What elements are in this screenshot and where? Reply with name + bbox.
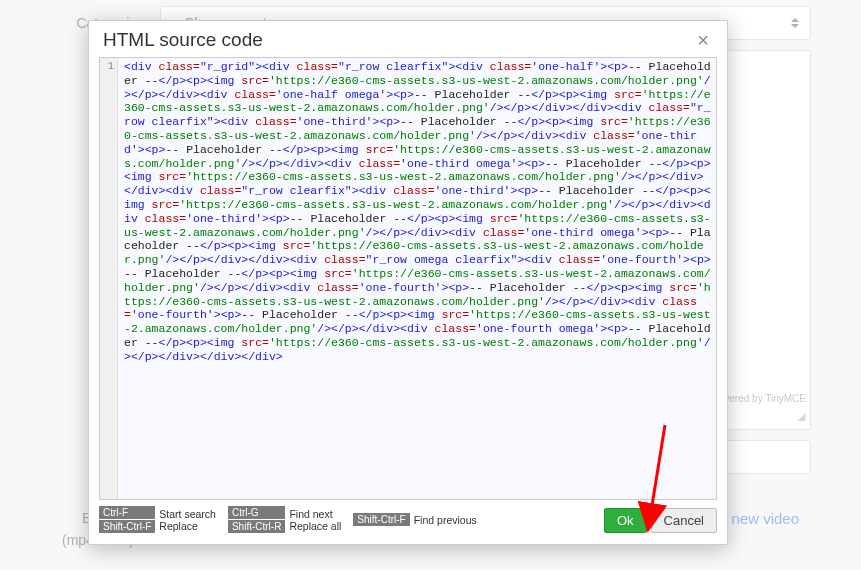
modal-footer: Ctrl-F Shift-Ctrl-F Start search Replace… bbox=[89, 500, 727, 544]
modal-title: HTML source code bbox=[103, 29, 263, 51]
shortcut-replace: Replace bbox=[157, 520, 216, 532]
kbd-shift-ctrl-f-2: Shift-Ctrl-F bbox=[353, 513, 409, 526]
ok-button[interactable]: Ok bbox=[604, 508, 647, 533]
shortcut-search: Ctrl-F Shift-Ctrl-F Start search Replace bbox=[99, 506, 216, 534]
shortcut-start-search: Start search bbox=[157, 508, 216, 520]
line-number: 1 bbox=[100, 60, 114, 73]
shortcut-find: Ctrl-G Shift-Ctrl-R Find next Replace al… bbox=[228, 506, 341, 534]
shortcut-find-prev: Shift-Ctrl-F Find previous bbox=[353, 513, 476, 527]
kbd-ctrl-f: Ctrl-F bbox=[99, 506, 155, 519]
kbd-ctrl-g: Ctrl-G bbox=[228, 506, 285, 519]
kbd-shift-ctrl-r: Shift-Ctrl-R bbox=[228, 520, 285, 533]
line-gutter: 1 bbox=[100, 58, 118, 499]
close-icon[interactable]: × bbox=[693, 30, 713, 50]
shortcut-find-next: Find next bbox=[287, 508, 341, 520]
code-content[interactable]: <div class="r_grid"><div class="r_row cl… bbox=[118, 58, 716, 499]
source-code-editor[interactable]: 1 <div class="r_grid"><div class="r_row … bbox=[99, 57, 717, 500]
shortcut-find-previous: Find previous bbox=[412, 514, 477, 526]
cancel-button[interactable]: Cancel bbox=[651, 508, 717, 533]
modal-header: HTML source code × bbox=[89, 21, 727, 57]
shortcut-replace-all: Replace all bbox=[287, 520, 341, 532]
kbd-shift-ctrl-f: Shift-Ctrl-F bbox=[99, 520, 155, 533]
html-source-modal: HTML source code × 1 <div class="r_grid"… bbox=[88, 20, 728, 545]
